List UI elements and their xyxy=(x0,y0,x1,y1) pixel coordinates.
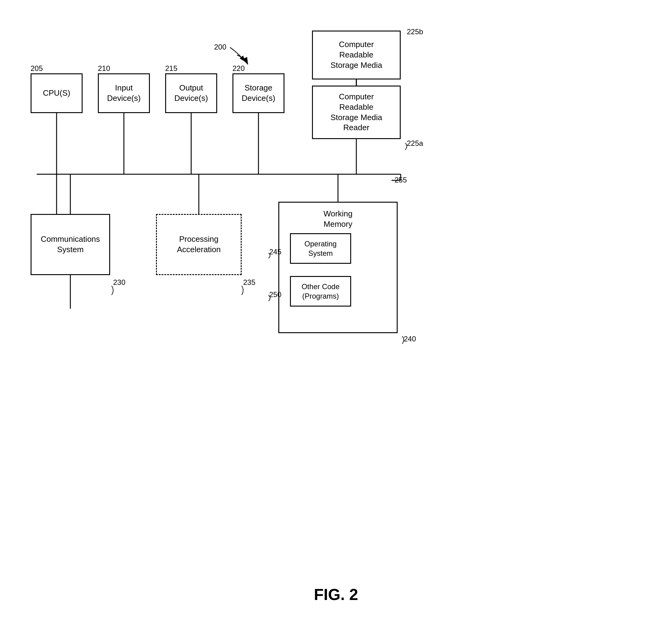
communications-system-label: CommunicationsSystem xyxy=(41,234,100,255)
ref-245: 245 xyxy=(269,248,281,256)
ref-255: 255 xyxy=(394,176,407,184)
ref-240: 240 xyxy=(404,335,416,343)
diagram: 200 CPU(S) 205 InputDevice(s) 210 Output… xyxy=(25,25,648,559)
ref-235: 235 xyxy=(243,278,255,287)
input-device-label: InputDevice(s) xyxy=(107,83,141,104)
storage-media-label: ComputerReadableStorage Media xyxy=(330,39,382,70)
ref-225b: 225b xyxy=(407,28,423,36)
storage-media-reader-label: ComputerReadableStorage MediaReader xyxy=(330,92,382,133)
output-device-box: OutputDevice(s) xyxy=(165,73,217,113)
ref-205: 205 xyxy=(31,64,43,73)
output-device-label: OutputDevice(s) xyxy=(174,83,208,104)
processing-acceleration-box: ProcessingAcceleration xyxy=(156,214,242,275)
other-code-box: Other Code(Programs) xyxy=(290,276,351,307)
operating-system-label: OperatingSystem xyxy=(305,239,337,258)
ref-225a: 225a xyxy=(407,139,423,148)
input-device-box: InputDevice(s) xyxy=(98,73,150,113)
ref-250: 250 xyxy=(269,290,281,299)
figure-label: FIG. 2 xyxy=(314,585,358,604)
working-memory-box: WorkingMemory OperatingSystem Other Code… xyxy=(278,202,397,333)
other-code-label: Other Code(Programs) xyxy=(301,282,340,301)
ref-220: 220 xyxy=(232,64,245,73)
working-memory-label: WorkingMemory xyxy=(279,209,397,230)
operating-system-box: OperatingSystem xyxy=(290,233,351,264)
processing-acceleration-label: ProcessingAcceleration xyxy=(177,234,221,255)
storage-media-reader-box: ComputerReadableStorage MediaReader xyxy=(312,85,401,139)
communications-system-box: CommunicationsSystem xyxy=(31,214,110,275)
ref-200-label: 200 xyxy=(214,43,226,51)
ref-215: 215 xyxy=(165,64,178,73)
ref-230: 230 xyxy=(113,278,125,287)
cpu-box: CPU(S) xyxy=(31,73,83,113)
storage-device-label: StorageDevice(s) xyxy=(242,83,275,104)
storage-media-box: ComputerReadableStorage Media xyxy=(312,31,401,79)
ref-210: 210 xyxy=(98,64,110,73)
cpu-label: CPU(S) xyxy=(43,88,70,98)
storage-device-box: StorageDevice(s) xyxy=(232,73,284,113)
